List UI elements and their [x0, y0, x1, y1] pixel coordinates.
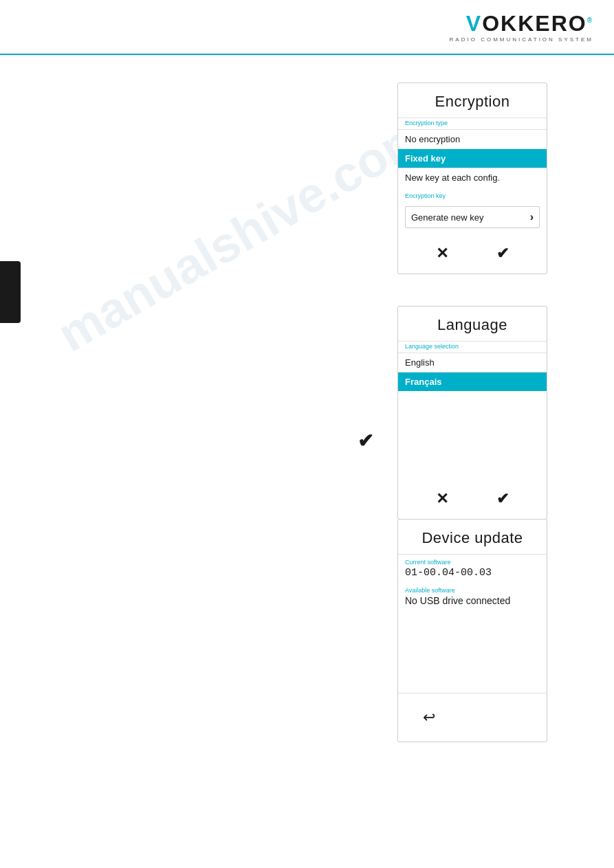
sidebar-tab: [0, 261, 21, 323]
logo-subtitle: RADIO COMMUNICATION SYSTEM: [450, 36, 593, 43]
language-spacer: [398, 391, 547, 474]
current-software-value: 01-00.04-00.03: [398, 567, 547, 583]
device-update-title: Device update: [398, 520, 547, 554]
header: VOKKERO® RADIO COMMUNICATION SYSTEM: [0, 0, 614, 55]
available-software-label: Available software: [398, 583, 547, 595]
encryption-key-label: Encryption key: [398, 192, 547, 202]
language-actions: ✕ ✔: [398, 479, 547, 519]
encryption-panel: Encryption Encryption type No encryption…: [397, 82, 547, 274]
logo-v-letter: V: [466, 11, 482, 36]
language-cancel-button[interactable]: ✕: [436, 490, 448, 508]
encryption-cancel-button[interactable]: ✕: [436, 245, 448, 263]
device-spacer: [398, 610, 547, 693]
current-software-label: Current software: [398, 555, 547, 567]
encryption-type-label: Encryption type: [398, 120, 547, 129]
language-option-english[interactable]: English: [398, 353, 547, 372]
language-divider: [398, 341, 547, 342]
language-option-francais[interactable]: Français: [398, 372, 547, 391]
arrow-icon: ›: [530, 211, 534, 223]
language-selection-label: Language selection: [398, 343, 547, 353]
watermark: manualshive.com: [48, 106, 436, 362]
encryption-confirm-button[interactable]: ✔: [496, 245, 509, 263]
encryption-divider: [398, 118, 547, 118]
logo-text: VOKKERO®: [466, 11, 593, 36]
language-title: Language: [398, 307, 547, 341]
language-panel: Language Language selection English Fran…: [397, 306, 547, 520]
encryption-actions: ✕ ✔: [398, 234, 547, 274]
logo: VOKKERO® RADIO COMMUNICATION SYSTEM: [450, 11, 593, 43]
encryption-option-fixed[interactable]: Fixed key: [398, 148, 547, 168]
encryption-title: Encryption: [398, 83, 547, 118]
device-back-button[interactable]: ↩: [409, 699, 449, 736]
device-back-area: ↩: [398, 693, 547, 742]
generate-key-row[interactable]: Generate new key ›: [405, 206, 540, 228]
encryption-option-none[interactable]: No encryption: [398, 129, 547, 148]
generate-key-text: Generate new key: [411, 212, 484, 223]
available-software-value: No USB drive connected: [398, 595, 547, 610]
logo-rest: OKKERO: [482, 11, 586, 36]
device-update-panel: Device update Current software 01-00.04-…: [397, 519, 547, 742]
language-confirm-button[interactable]: ✔: [496, 490, 509, 508]
encryption-option-newkey[interactable]: New key at each config.: [398, 168, 547, 187]
floating-checkmark: ✔: [358, 430, 373, 452]
